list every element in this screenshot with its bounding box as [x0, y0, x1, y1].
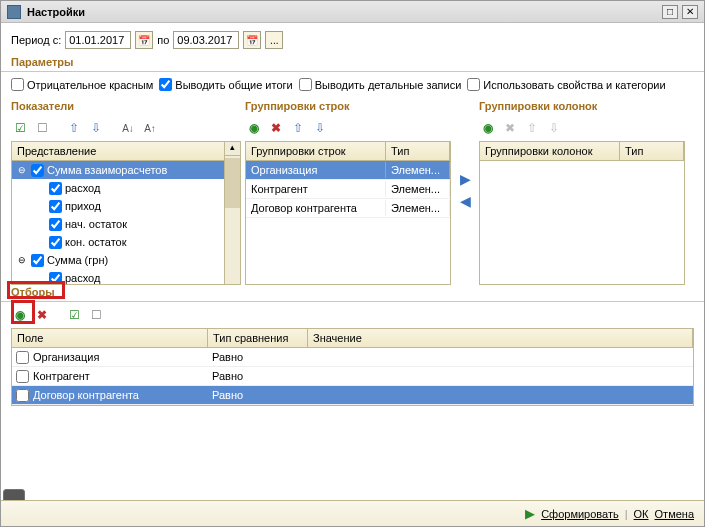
play-icon: ▶ [525, 506, 535, 521]
calendar-to-icon[interactable]: 📅 [243, 31, 261, 49]
filter-row[interactable]: ОрганизацияРавно [12, 348, 693, 367]
cancel-button[interactable]: Отмена [655, 508, 694, 520]
tree-node[interactable]: расход [12, 179, 224, 197]
node-checkbox[interactable] [49, 236, 62, 249]
check-use-props[interactable]: Использовать свойства и категории [467, 78, 665, 91]
move-up-icon[interactable]: ⇧ [523, 119, 541, 137]
calendar-from-icon[interactable]: 📅 [135, 31, 153, 49]
node-label: приход [65, 200, 101, 212]
ok-button[interactable]: ОК [634, 508, 649, 520]
indicators-header: Показатели [11, 97, 241, 115]
node-label: нач. остаток [65, 218, 127, 230]
node-label: Сумма (грн) [47, 254, 108, 266]
move-up-icon[interactable]: ⇧ [65, 119, 83, 137]
add-icon[interactable]: ◉ [245, 119, 263, 137]
tree-node[interactable]: ⊖Сумма (грн) [12, 251, 224, 269]
form-button[interactable]: Сформировать [541, 508, 619, 520]
check-all-icon[interactable]: ☑ [65, 306, 83, 324]
footer: ▶ Сформировать | ОК Отмена [1, 500, 704, 526]
tree-node[interactable]: приход [12, 197, 224, 215]
filters-toolbar: ◉ ✖ ☑ ☐ [1, 302, 704, 328]
tree-node[interactable]: расход [12, 269, 224, 284]
filter-checkbox[interactable] [16, 370, 29, 383]
params-header: Параметры [1, 53, 704, 72]
uncheck-all-icon[interactable]: ☐ [33, 119, 51, 137]
check-all-icon[interactable]: ☑ [11, 119, 29, 137]
node-checkbox[interactable] [49, 182, 62, 195]
check-neg-red[interactable]: Отрицательное красным [11, 78, 153, 91]
move-arrows: ▶ ◀ [455, 97, 475, 283]
node-checkbox[interactable] [31, 164, 44, 177]
node-label: кон. остаток [65, 236, 127, 248]
date-from-input[interactable] [65, 31, 131, 49]
params-checks: Отрицательное красным Выводить общие ито… [1, 72, 704, 97]
add-icon[interactable]: ◉ [479, 119, 497, 137]
period-to-label: по [157, 34, 169, 46]
node-label: Сумма взаиморасчетов [47, 164, 167, 176]
app-icon [7, 5, 21, 19]
col-comparison: Тип сравнения [208, 329, 308, 347]
col-groups-table: Группировки колонокТип [479, 141, 685, 285]
date-to-input[interactable] [173, 31, 239, 49]
move-right-icon[interactable]: ▶ [460, 171, 471, 187]
tree-node[interactable]: нач. остаток [12, 215, 224, 233]
col-group: Группировки строк [246, 142, 386, 160]
sort-desc-icon[interactable]: A↑ [141, 119, 159, 137]
filter-checkbox[interactable] [16, 389, 29, 402]
node-checkbox[interactable] [49, 218, 62, 231]
move-down-icon[interactable]: ⇩ [311, 119, 329, 137]
col-type: Тип [386, 142, 450, 160]
col-group: Группировки колонок [480, 142, 620, 160]
indicators-col-header: Представление [12, 142, 224, 161]
filters-header: Отборы [1, 283, 704, 302]
filters-section: Отборы ◉ ✖ ☑ ☐ Поле Тип сравнения Значен… [1, 283, 704, 406]
indicators-tree: Представление ⊖Сумма взаиморасчетоврасхо… [11, 141, 241, 285]
row-groups-panel: Группировки строк ◉ ✖ ⇧ ⇩ Группировки ст… [245, 97, 451, 283]
move-down-icon[interactable]: ⇩ [87, 119, 105, 137]
check-details[interactable]: Выводить детальные записи [299, 78, 462, 91]
col-groups-header: Группировки колонок [479, 97, 685, 115]
col-groups-panel: Группировки колонок ◉ ✖ ⇧ ⇩ Группировки … [479, 97, 685, 283]
sort-asc-icon[interactable]: A↓ [119, 119, 137, 137]
panels: Показатели ☑ ☐ ⇧ ⇩ A↓ A↑ Представление ⊖… [1, 97, 704, 283]
maximize-button[interactable]: □ [662, 5, 678, 19]
node-checkbox[interactable] [31, 254, 44, 267]
check-totals[interactable]: Выводить общие итоги [159, 78, 292, 91]
row-groups-toolbar: ◉ ✖ ⇧ ⇩ [245, 115, 451, 141]
indicators-panel: Показатели ☑ ☐ ⇧ ⇩ A↓ A↑ Представление ⊖… [11, 97, 241, 283]
node-label: расход [65, 182, 100, 194]
titlebar: Настройки □ ✕ [1, 1, 704, 23]
row-groups-header: Группировки строк [245, 97, 451, 115]
tree-node[interactable]: кон. остаток [12, 233, 224, 251]
window-title: Настройки [27, 6, 658, 18]
add-filter-icon[interactable]: ◉ [11, 306, 29, 324]
table-row[interactable]: ОрганизацияЭлемен... [246, 161, 450, 180]
close-button[interactable]: ✕ [682, 5, 698, 19]
delete-icon[interactable]: ✖ [267, 119, 285, 137]
uncheck-all-icon[interactable]: ☐ [87, 306, 105, 324]
move-down-icon[interactable]: ⇩ [545, 119, 563, 137]
col-groups-toolbar: ◉ ✖ ⇧ ⇩ [479, 115, 685, 141]
filter-row[interactable]: КонтрагентРавно [12, 367, 693, 386]
delete-filter-icon[interactable]: ✖ [33, 306, 51, 324]
scrollbar[interactable]: ▴ [224, 142, 240, 284]
move-up-icon[interactable]: ⇧ [289, 119, 307, 137]
node-checkbox[interactable] [49, 200, 62, 213]
period-picker-button[interactable]: ... [265, 31, 283, 49]
filter-row[interactable]: Договор контрагентаРавно [12, 386, 693, 405]
row-groups-table: Группировки строкТип ОрганизацияЭлемен..… [245, 141, 451, 285]
period-from-label: Период с: [11, 34, 61, 46]
col-field: Поле [12, 329, 208, 347]
table-row[interactable]: Договор контрагентаЭлемен... [246, 199, 450, 218]
move-left-icon[interactable]: ◀ [460, 193, 471, 209]
delete-icon[interactable]: ✖ [501, 119, 519, 137]
indicators-toolbar: ☑ ☐ ⇧ ⇩ A↓ A↑ [11, 115, 241, 141]
col-value: Значение [308, 329, 693, 347]
filter-checkbox[interactable] [16, 351, 29, 364]
filters-table: Поле Тип сравнения Значение ОрганизацияР… [11, 328, 694, 406]
tree-node[interactable]: ⊖Сумма взаиморасчетов [12, 161, 224, 179]
col-type: Тип [620, 142, 684, 160]
table-row[interactable]: КонтрагентЭлемен... [246, 180, 450, 199]
period-row: Период с: 📅 по 📅 ... [1, 23, 704, 53]
